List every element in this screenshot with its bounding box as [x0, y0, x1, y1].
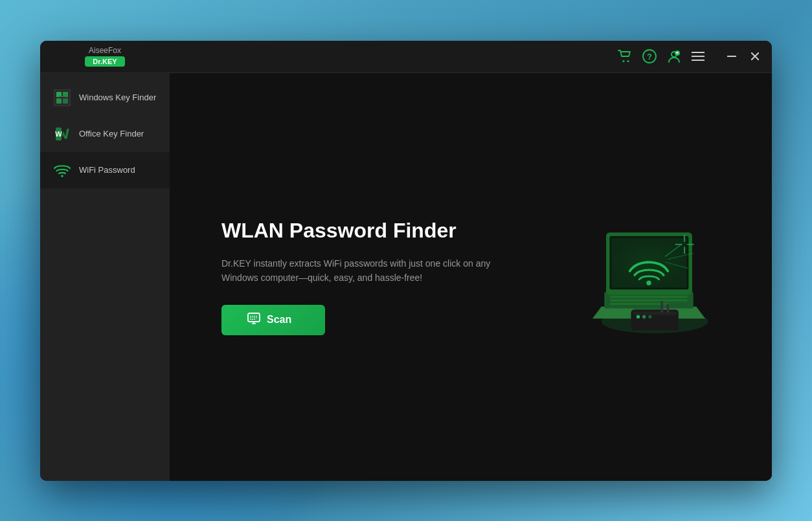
- help-icon[interactable]: ?: [642, 49, 657, 63]
- app-window: AiseeFox Dr.KEY ?: [40, 41, 772, 481]
- user-icon[interactable]: +: [667, 49, 681, 63]
- content-right: [578, 212, 720, 342]
- svg-rect-48: [667, 304, 670, 313]
- cart-icon[interactable]: [618, 50, 632, 63]
- svg-rect-16: [56, 98, 62, 104]
- title-bar-icons: ? +: [618, 47, 764, 65]
- svg-rect-18: [59, 96, 65, 97]
- wifi-sidebar-icon: [53, 161, 71, 179]
- app-badge: Dr.KEY: [85, 56, 124, 67]
- svg-point-46: [648, 315, 652, 318]
- svg-point-0: [623, 60, 625, 62]
- svg-text:W: W: [55, 130, 62, 138]
- svg-rect-13: [54, 89, 71, 106]
- window-controls: [723, 47, 764, 65]
- sidebar-item-wifi-password[interactable]: WiFi Password: [40, 152, 170, 188]
- scan-btn-icon: [247, 313, 260, 327]
- laptop-illustration: [578, 212, 720, 342]
- sidebar-label-windows-key: Windows Key Finder: [79, 93, 156, 102]
- svg-rect-47: [660, 300, 663, 312]
- content-area: WLAN Password Finder Dr.KEY instantly ex…: [170, 73, 772, 481]
- svg-rect-17: [63, 98, 68, 104]
- svg-rect-34: [610, 299, 687, 301]
- close-button[interactable]: [746, 47, 764, 65]
- svg-point-1: [627, 60, 629, 62]
- sidebar-item-office-key[interactable]: W Office Key Finder: [40, 116, 170, 152]
- menu-icon[interactable]: [692, 51, 705, 61]
- svg-point-23: [61, 175, 63, 177]
- sidebar-item-windows-key[interactable]: Windows Key Finder: [40, 80, 170, 116]
- svg-point-44: [637, 315, 640, 318]
- svg-rect-43: [633, 311, 677, 315]
- page-title: WLAN Password Finder: [221, 218, 493, 243]
- svg-rect-41: [611, 238, 686, 287]
- sidebar-label-office-key: Office Key Finder: [79, 129, 144, 139]
- office-key-icon: W: [53, 125, 71, 143]
- windows-key-icon: [53, 89, 71, 107]
- svg-text:+: +: [675, 50, 679, 56]
- page-description: Dr.KEY instantly extracts WiFi passwords…: [221, 256, 493, 285]
- minimize-button[interactable]: [723, 47, 741, 65]
- svg-rect-33: [610, 296, 687, 298]
- app-name: AiseeFox: [89, 46, 121, 55]
- sidebar-label-wifi-password: WiFi Password: [79, 165, 135, 175]
- scan-button[interactable]: Scan: [221, 305, 325, 335]
- content-left: WLAN Password Finder Dr.KEY instantly ex…: [221, 218, 493, 335]
- title-bar-left: AiseeFox Dr.KEY: [40, 46, 170, 67]
- scan-button-label: Scan: [267, 314, 291, 326]
- svg-point-45: [642, 315, 646, 318]
- main-layout: Windows Key Finder W Office Key Finder: [40, 73, 772, 481]
- sidebar: Windows Key Finder W Office Key Finder: [40, 73, 170, 481]
- svg-text:?: ?: [647, 52, 652, 61]
- title-bar: AiseeFox Dr.KEY ?: [40, 41, 772, 73]
